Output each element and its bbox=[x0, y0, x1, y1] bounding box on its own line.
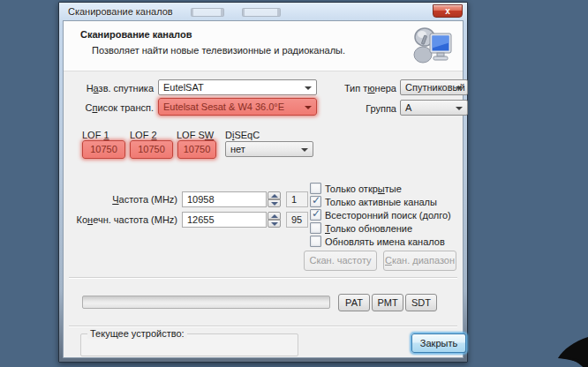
chevron-down-icon bbox=[305, 86, 312, 90]
spinner-down-icon[interactable] bbox=[268, 220, 281, 228]
satellite-name-label: Назв. спутника bbox=[72, 83, 154, 94]
frequency-label: Частота (MHz) bbox=[64, 194, 177, 205]
lofsw-input[interactable]: 10750 bbox=[177, 140, 216, 159]
sdt-button[interactable]: SDT bbox=[405, 294, 437, 311]
current-device-groupbox: Текущее устройство: bbox=[80, 333, 298, 356]
desktop-ink-squiggle bbox=[535, 314, 588, 367]
checkbox[interactable]: ✓ bbox=[310, 209, 321, 221]
lofsw-label: LOF SW bbox=[177, 130, 214, 140]
tuner-type-label: Тип тюнера bbox=[320, 83, 396, 94]
spinner-up-icon[interactable] bbox=[268, 212, 281, 220]
group-dropdown[interactable]: А bbox=[400, 100, 468, 116]
scan-range-button[interactable]: Скан. диапазон bbox=[383, 251, 456, 271]
background-window-artifact bbox=[242, 8, 281, 17]
chevron-down-icon bbox=[301, 148, 308, 152]
current-device-label: Текущее устройство: bbox=[87, 328, 187, 339]
group-label: Группа bbox=[320, 103, 396, 114]
satellite-dish-computer-icon bbox=[411, 26, 455, 67]
checkbox[interactable]: ✓ bbox=[310, 183, 321, 194]
pmt-button[interactable]: PMT bbox=[372, 294, 403, 311]
channel-scan-dialog: Сканирование каналов x Сканирование кана… bbox=[58, 2, 468, 363]
close-icon: x bbox=[445, 6, 450, 16]
lof2-label: LOF 2 bbox=[130, 130, 157, 140]
diseqc-label: DiSEqC bbox=[225, 130, 260, 140]
end-frequency-count-field: 95 bbox=[286, 212, 308, 228]
satellite-name-dropdown[interactable]: EutelSAT bbox=[158, 79, 317, 95]
lof2-input[interactable]: 10750 bbox=[130, 140, 173, 159]
frequency-input[interactable]: 10958 bbox=[182, 191, 267, 207]
end-frequency-label: Конечн. частота (MHz) bbox=[64, 214, 177, 225]
chevron-down-icon bbox=[456, 86, 463, 90]
header-title: Сканирование каналов bbox=[80, 29, 192, 40]
checkbox[interactable]: ✓ bbox=[310, 222, 321, 234]
frequency-count-field: 1 bbox=[286, 191, 308, 207]
pat-button[interactable]: PAT bbox=[338, 294, 370, 311]
chevron-down-icon bbox=[456, 107, 463, 110]
scan-frequency-button[interactable]: Скан. частоту bbox=[304, 251, 377, 271]
spinner-up-icon[interactable] bbox=[268, 191, 281, 199]
window-title: Сканирование каналов bbox=[68, 6, 173, 17]
check-icon: ✓ bbox=[312, 208, 320, 220]
close-window-button[interactable]: x bbox=[433, 4, 463, 18]
background-window-artifact bbox=[191, 8, 224, 17]
tuner-type-dropdown[interactable]: Спутниковый bbox=[400, 79, 468, 95]
close-dialog-button[interactable]: Закрыть bbox=[411, 333, 466, 353]
checkbox[interactable]: ✓ bbox=[310, 196, 321, 207]
chevron-down-icon bbox=[305, 106, 312, 109]
end-frequency-spinner[interactable] bbox=[268, 212, 281, 228]
transponder-list-dropdown[interactable]: Eutelsat Sesat & W4 36.0°E bbox=[158, 98, 317, 116]
header-banner: Сканирование каналов Позволяет найти нов… bbox=[64, 21, 463, 71]
check-icon: ✓ bbox=[312, 195, 320, 206]
transponder-list-label: Список трансп. bbox=[72, 102, 154, 113]
header-subtitle: Позволяет найти новые телевизионные и ра… bbox=[92, 45, 345, 56]
frequency-spinner[interactable] bbox=[268, 191, 281, 207]
spinner-down-icon[interactable] bbox=[268, 199, 281, 207]
lof1-label: LOF 1 bbox=[82, 130, 109, 140]
separator bbox=[69, 326, 457, 327]
end-frequency-input[interactable]: 12655 bbox=[182, 212, 267, 228]
scan-progress-bar bbox=[82, 296, 330, 309]
checkbox[interactable]: ✓ bbox=[310, 236, 321, 247]
separator bbox=[69, 277, 457, 279]
diseqc-dropdown[interactable]: нет bbox=[225, 141, 313, 157]
title-bar[interactable]: Сканирование каналов x bbox=[60, 4, 466, 20]
lof1-input[interactable]: 10750 bbox=[82, 140, 125, 159]
dialog-content: Сканирование каналов Позволяет найти нов… bbox=[63, 20, 464, 358]
